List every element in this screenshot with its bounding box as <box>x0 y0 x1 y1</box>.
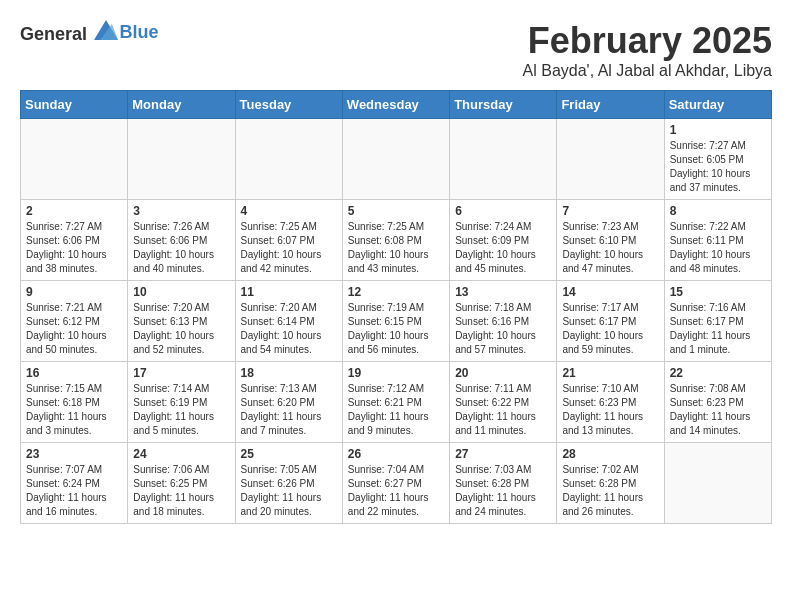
calendar-cell: 7Sunrise: 7:23 AM Sunset: 6:10 PM Daylig… <box>557 200 664 281</box>
day-number: 3 <box>133 204 229 218</box>
day-number: 17 <box>133 366 229 380</box>
day-info: Sunrise: 7:16 AM Sunset: 6:17 PM Dayligh… <box>670 301 766 357</box>
main-title: February 2025 <box>523 20 772 62</box>
day-number: 26 <box>348 447 444 461</box>
day-info: Sunrise: 7:27 AM Sunset: 6:06 PM Dayligh… <box>26 220 122 276</box>
calendar-cell <box>235 119 342 200</box>
day-info: Sunrise: 7:27 AM Sunset: 6:05 PM Dayligh… <box>670 139 766 195</box>
calendar-cell: 8Sunrise: 7:22 AM Sunset: 6:11 PM Daylig… <box>664 200 771 281</box>
day-number: 15 <box>670 285 766 299</box>
subtitle: Al Bayda', Al Jabal al Akhdar, Libya <box>523 62 772 80</box>
calendar-cell: 10Sunrise: 7:20 AM Sunset: 6:13 PM Dayli… <box>128 281 235 362</box>
calendar-cell: 1Sunrise: 7:27 AM Sunset: 6:05 PM Daylig… <box>664 119 771 200</box>
day-number: 6 <box>455 204 551 218</box>
calendar-cell <box>128 119 235 200</box>
day-number: 21 <box>562 366 658 380</box>
day-number: 7 <box>562 204 658 218</box>
calendar-header-tuesday: Tuesday <box>235 91 342 119</box>
calendar-cell: 28Sunrise: 7:02 AM Sunset: 6:28 PM Dayli… <box>557 443 664 524</box>
day-number: 2 <box>26 204 122 218</box>
calendar-cell: 19Sunrise: 7:12 AM Sunset: 6:21 PM Dayli… <box>342 362 449 443</box>
calendar-week-5: 23Sunrise: 7:07 AM Sunset: 6:24 PM Dayli… <box>21 443 772 524</box>
calendar-week-4: 16Sunrise: 7:15 AM Sunset: 6:18 PM Dayli… <box>21 362 772 443</box>
calendar-cell: 3Sunrise: 7:26 AM Sunset: 6:06 PM Daylig… <box>128 200 235 281</box>
day-info: Sunrise: 7:03 AM Sunset: 6:28 PM Dayligh… <box>455 463 551 519</box>
calendar-header-friday: Friday <box>557 91 664 119</box>
day-number: 20 <box>455 366 551 380</box>
day-info: Sunrise: 7:10 AM Sunset: 6:23 PM Dayligh… <box>562 382 658 438</box>
calendar-cell: 15Sunrise: 7:16 AM Sunset: 6:17 PM Dayli… <box>664 281 771 362</box>
calendar-header-thursday: Thursday <box>450 91 557 119</box>
calendar-header-saturday: Saturday <box>664 91 771 119</box>
day-info: Sunrise: 7:02 AM Sunset: 6:28 PM Dayligh… <box>562 463 658 519</box>
day-number: 28 <box>562 447 658 461</box>
calendar-cell: 14Sunrise: 7:17 AM Sunset: 6:17 PM Dayli… <box>557 281 664 362</box>
calendar-cell: 21Sunrise: 7:10 AM Sunset: 6:23 PM Dayli… <box>557 362 664 443</box>
calendar-cell: 11Sunrise: 7:20 AM Sunset: 6:14 PM Dayli… <box>235 281 342 362</box>
calendar-header-wednesday: Wednesday <box>342 91 449 119</box>
calendar-cell: 13Sunrise: 7:18 AM Sunset: 6:16 PM Dayli… <box>450 281 557 362</box>
day-info: Sunrise: 7:25 AM Sunset: 6:07 PM Dayligh… <box>241 220 337 276</box>
day-info: Sunrise: 7:11 AM Sunset: 6:22 PM Dayligh… <box>455 382 551 438</box>
day-info: Sunrise: 7:05 AM Sunset: 6:26 PM Dayligh… <box>241 463 337 519</box>
day-info: Sunrise: 7:14 AM Sunset: 6:19 PM Dayligh… <box>133 382 229 438</box>
day-info: Sunrise: 7:19 AM Sunset: 6:15 PM Dayligh… <box>348 301 444 357</box>
day-number: 19 <box>348 366 444 380</box>
logo-icon <box>94 20 118 40</box>
day-info: Sunrise: 7:08 AM Sunset: 6:23 PM Dayligh… <box>670 382 766 438</box>
day-number: 4 <box>241 204 337 218</box>
logo: General Blue <box>20 20 159 45</box>
calendar-cell <box>664 443 771 524</box>
day-number: 22 <box>670 366 766 380</box>
title-area: February 2025 Al Bayda', Al Jabal al Akh… <box>523 20 772 80</box>
calendar-header-monday: Monday <box>128 91 235 119</box>
day-info: Sunrise: 7:07 AM Sunset: 6:24 PM Dayligh… <box>26 463 122 519</box>
calendar-cell: 20Sunrise: 7:11 AM Sunset: 6:22 PM Dayli… <box>450 362 557 443</box>
day-number: 5 <box>348 204 444 218</box>
day-number: 23 <box>26 447 122 461</box>
calendar-cell: 4Sunrise: 7:25 AM Sunset: 6:07 PM Daylig… <box>235 200 342 281</box>
day-number: 27 <box>455 447 551 461</box>
day-number: 1 <box>670 123 766 137</box>
day-info: Sunrise: 7:24 AM Sunset: 6:09 PM Dayligh… <box>455 220 551 276</box>
day-number: 8 <box>670 204 766 218</box>
day-info: Sunrise: 7:25 AM Sunset: 6:08 PM Dayligh… <box>348 220 444 276</box>
day-number: 18 <box>241 366 337 380</box>
day-info: Sunrise: 7:23 AM Sunset: 6:10 PM Dayligh… <box>562 220 658 276</box>
calendar-cell: 9Sunrise: 7:21 AM Sunset: 6:12 PM Daylig… <box>21 281 128 362</box>
day-info: Sunrise: 7:12 AM Sunset: 6:21 PM Dayligh… <box>348 382 444 438</box>
day-number: 13 <box>455 285 551 299</box>
logo-blue: Blue <box>120 22 159 42</box>
calendar-week-3: 9Sunrise: 7:21 AM Sunset: 6:12 PM Daylig… <box>21 281 772 362</box>
day-number: 14 <box>562 285 658 299</box>
day-number: 12 <box>348 285 444 299</box>
calendar-cell: 6Sunrise: 7:24 AM Sunset: 6:09 PM Daylig… <box>450 200 557 281</box>
calendar-cell: 27Sunrise: 7:03 AM Sunset: 6:28 PM Dayli… <box>450 443 557 524</box>
day-info: Sunrise: 7:21 AM Sunset: 6:12 PM Dayligh… <box>26 301 122 357</box>
day-info: Sunrise: 7:20 AM Sunset: 6:14 PM Dayligh… <box>241 301 337 357</box>
calendar-cell: 18Sunrise: 7:13 AM Sunset: 6:20 PM Dayli… <box>235 362 342 443</box>
day-info: Sunrise: 7:06 AM Sunset: 6:25 PM Dayligh… <box>133 463 229 519</box>
calendar-cell: 24Sunrise: 7:06 AM Sunset: 6:25 PM Dayli… <box>128 443 235 524</box>
calendar-cell <box>450 119 557 200</box>
calendar-cell: 12Sunrise: 7:19 AM Sunset: 6:15 PM Dayli… <box>342 281 449 362</box>
calendar-cell <box>21 119 128 200</box>
logo-general: General <box>20 24 87 44</box>
day-number: 16 <box>26 366 122 380</box>
calendar-cell: 2Sunrise: 7:27 AM Sunset: 6:06 PM Daylig… <box>21 200 128 281</box>
calendar-cell: 23Sunrise: 7:07 AM Sunset: 6:24 PM Dayli… <box>21 443 128 524</box>
calendar-cell <box>557 119 664 200</box>
calendar-week-2: 2Sunrise: 7:27 AM Sunset: 6:06 PM Daylig… <box>21 200 772 281</box>
day-number: 25 <box>241 447 337 461</box>
calendar-header-sunday: Sunday <box>21 91 128 119</box>
calendar-cell: 16Sunrise: 7:15 AM Sunset: 6:18 PM Dayli… <box>21 362 128 443</box>
day-info: Sunrise: 7:04 AM Sunset: 6:27 PM Dayligh… <box>348 463 444 519</box>
calendar-cell: 26Sunrise: 7:04 AM Sunset: 6:27 PM Dayli… <box>342 443 449 524</box>
calendar-week-1: 1Sunrise: 7:27 AM Sunset: 6:05 PM Daylig… <box>21 119 772 200</box>
day-number: 11 <box>241 285 337 299</box>
calendar-cell: 25Sunrise: 7:05 AM Sunset: 6:26 PM Dayli… <box>235 443 342 524</box>
calendar-cell: 17Sunrise: 7:14 AM Sunset: 6:19 PM Dayli… <box>128 362 235 443</box>
calendar-cell: 5Sunrise: 7:25 AM Sunset: 6:08 PM Daylig… <box>342 200 449 281</box>
day-number: 10 <box>133 285 229 299</box>
calendar: SundayMondayTuesdayWednesdayThursdayFrid… <box>20 90 772 524</box>
